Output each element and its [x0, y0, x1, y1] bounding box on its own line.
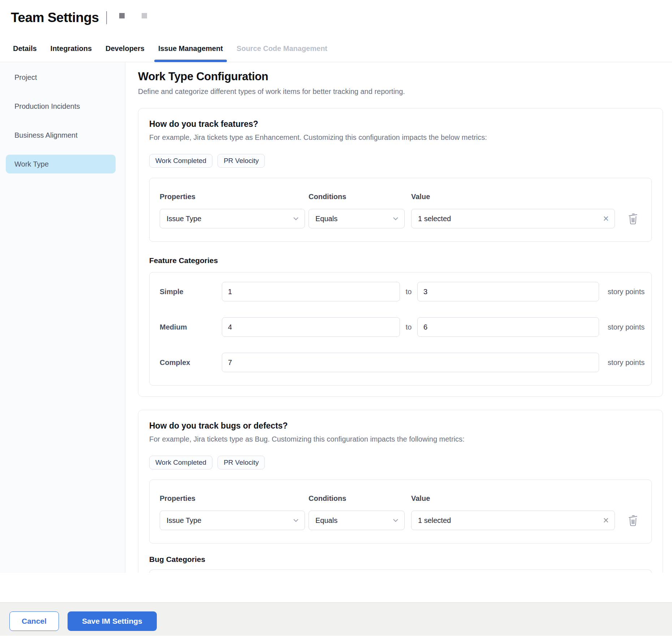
to-label: to [400, 323, 417, 331]
chip-pr-velocity: PR Velocity [217, 154, 265, 168]
story-points-label: story points [608, 358, 645, 367]
simple-to-input[interactable] [417, 282, 599, 301]
bug-categories-title: Bug Categories [149, 555, 652, 564]
condition-select-value: Equals [315, 215, 337, 223]
complex-from-input[interactable] [222, 353, 599, 372]
feature-metric-chips: Work Completed PR Velocity [149, 154, 652, 168]
feature-card-description: For example, Jira tickets type as Enhanc… [149, 133, 652, 142]
tab-details[interactable]: Details [9, 35, 41, 62]
property-select-value: Issue Type [167, 516, 201, 525]
value-selected-count: 1 selected [418, 215, 451, 223]
feature-categories-title: Feature Categories [149, 256, 652, 265]
placeholder-icon-dark [119, 13, 125, 18]
medium-from-input[interactable] [222, 317, 400, 337]
property-select[interactable]: Issue Type [160, 511, 305, 530]
chevron-down-icon [293, 519, 299, 522]
tab-issue-management[interactable]: Issue Management [154, 35, 227, 62]
clear-selection-icon[interactable]: × [603, 516, 609, 525]
bug-card: How do you track bugs or defects? For ex… [138, 410, 663, 573]
condition-select[interactable]: Equals [309, 511, 405, 530]
chevron-down-icon [393, 217, 399, 220]
page-title: Work Type Configuration [138, 70, 663, 83]
feature-card-heading: How do you track features? [149, 119, 652, 129]
sidebar: Project Production Incidents Business Al… [0, 62, 125, 573]
to-label: to [400, 288, 417, 296]
property-select[interactable]: Issue Type [160, 209, 305, 228]
category-label: Simple [160, 288, 222, 296]
chevron-down-icon [393, 519, 399, 522]
feature-categories-panel: Simple to story points Medium to story p… [149, 272, 652, 386]
conditions-column-label: Conditions [309, 494, 405, 503]
value-multiselect[interactable]: 1 selected × [411, 209, 615, 228]
story-points-label: story points [608, 288, 645, 296]
sidebar-item-project[interactable]: Project [6, 68, 116, 87]
tab-developers[interactable]: Developers [102, 35, 148, 62]
properties-column-label: Properties [160, 494, 305, 503]
app-header: Team Settings [0, 0, 672, 35]
delete-rule-button[interactable] [627, 514, 639, 526]
simple-from-input[interactable] [222, 282, 400, 301]
save-im-settings-button[interactable]: Save IM Settings [68, 611, 157, 631]
bug-card-heading: How do you track bugs or defects? [149, 421, 652, 431]
app-title: Team Settings [11, 10, 99, 25]
footer-action-bar: Cancel Save IM Settings [0, 602, 672, 636]
title-divider [106, 11, 107, 24]
tab-source-code-management: Source Code Management [233, 35, 331, 62]
conditions-column-label: Conditions [309, 193, 405, 201]
value-column-label: Value [411, 193, 615, 201]
sidebar-item-work-type[interactable]: Work Type [6, 155, 116, 173]
condition-select-value: Equals [315, 516, 337, 525]
cancel-button[interactable]: Cancel [9, 611, 59, 631]
property-select-value: Issue Type [167, 215, 201, 223]
bug-metric-chips: Work Completed PR Velocity [149, 456, 652, 469]
category-row-medium: Medium to story points [160, 317, 641, 337]
medium-to-input[interactable] [417, 317, 599, 337]
story-points-label: story points [608, 323, 645, 331]
feature-rule-panel: Properties Issue Type Conditions Equals [149, 178, 652, 242]
value-selected-count: 1 selected [418, 516, 451, 525]
chevron-down-icon [293, 217, 299, 220]
bug-rule-panel: Properties Issue Type Conditions Equals [149, 480, 652, 543]
sidebar-item-production-incidents[interactable]: Production Incidents [6, 97, 116, 116]
feature-card: How do you track features? For example, … [138, 108, 663, 397]
chip-work-completed: Work Completed [149, 456, 212, 469]
bug-card-description: For example, Jira tickets type as Bug. C… [149, 435, 652, 443]
condition-select[interactable]: Equals [309, 209, 405, 228]
trash-icon [628, 514, 638, 526]
delete-rule-button[interactable] [627, 212, 639, 224]
page-subtitle: Define and categorize different types of… [138, 87, 663, 96]
chip-work-completed: Work Completed [149, 154, 212, 168]
properties-column-label: Properties [160, 193, 305, 201]
category-label: Complex [160, 358, 222, 367]
bug-categories-panel [149, 570, 652, 573]
category-row-simple: Simple to story points [160, 282, 641, 301]
footer-spacer [0, 573, 672, 602]
tab-integrations[interactable]: Integrations [47, 35, 96, 62]
category-label: Medium [160, 323, 222, 331]
sidebar-item-business-alignment[interactable]: Business Alignment [6, 126, 116, 145]
tab-bar: Details Integrations Developers Issue Ma… [0, 35, 672, 62]
trash-icon [628, 212, 638, 224]
value-multiselect[interactable]: 1 selected × [411, 511, 615, 530]
placeholder-icon-light [142, 13, 147, 18]
value-column-label: Value [411, 494, 615, 503]
main-content: Work Type Configuration Define and categ… [125, 62, 672, 573]
clear-selection-icon[interactable]: × [603, 214, 609, 224]
content-area: Project Production Incidents Business Al… [0, 62, 672, 573]
category-row-complex: Complex story points [160, 353, 641, 372]
chip-pr-velocity: PR Velocity [217, 456, 265, 469]
